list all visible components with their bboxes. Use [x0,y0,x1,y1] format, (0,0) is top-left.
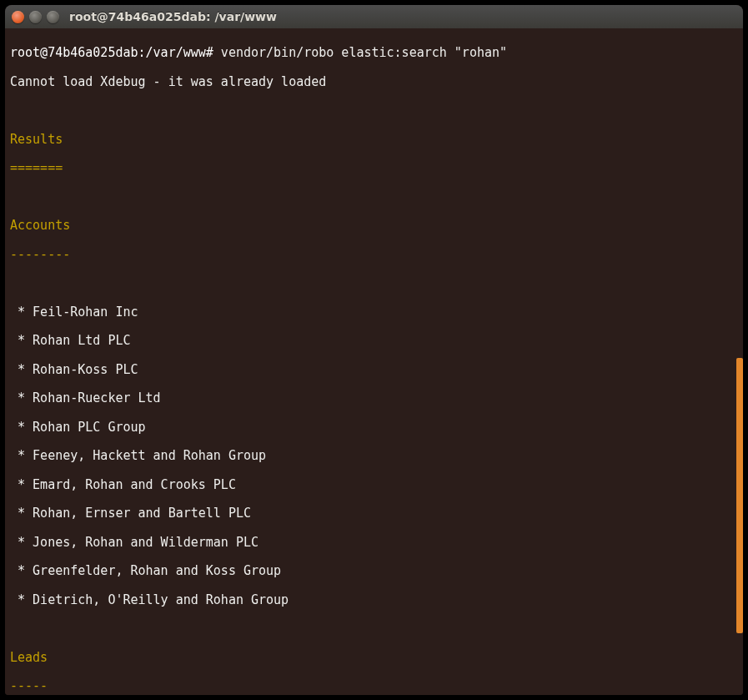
window-title: root@74b46a025dab: /var/www [69,10,277,23]
prompt-line: root@74b46a025dab:/var/www# vendor/bin/r… [10,46,738,60]
minimize-icon[interactable] [29,11,42,23]
list-item: * Rohan Ltd PLC [10,334,738,348]
blank-line [10,190,738,204]
list-item: * Rohan-Koss PLC [10,363,738,377]
list-item: * Rohan, Ernser and Bartell PLC [10,506,738,521]
accounts-heading: Accounts [10,219,738,233]
close-icon[interactable] [12,11,24,23]
xdebug-warning: Cannot load Xdebug - it was already load… [10,75,738,89]
prompt-prefix: root@74b46a025dab:/var/www# [10,45,213,60]
results-underline: ======= [10,161,738,175]
accounts-underline: -------- [10,248,738,262]
list-item: * Feil-Rohan Inc [10,305,738,320]
list-item: * Emard, Rohan and Crooks PLC [10,478,738,492]
blank-line [10,276,738,290]
leads-heading: Leads [10,651,738,665]
results-heading: Results [10,133,738,147]
list-item: * Rohan-Ruecker Ltd [10,391,738,405]
list-item: * Rohan PLC Group [10,421,738,435]
maximize-icon[interactable] [47,11,59,23]
blank-line [10,622,738,636]
command-text: vendor/bin/robo elastic:search "rohan" [213,45,507,60]
terminal-body[interactable]: root@74b46a025dab:/var/www# vendor/bin/r… [5,28,743,695]
list-item: * Jones, Rohan and Wilderman PLC [10,536,738,550]
blank-line [10,103,738,118]
scrollbar[interactable] [736,358,743,633]
terminal-window: root@74b46a025dab: /var/www root@74b46a0… [5,5,743,695]
leads-underline: ----- [10,679,738,693]
list-item: * Feeney, Hackett and Rohan Group [10,449,738,463]
window-titlebar[interactable]: root@74b46a025dab: /var/www [5,5,743,28]
list-item: * Greenfelder, Rohan and Koss Group [10,564,738,578]
list-item: * Dietrich, O'Reilly and Rohan Group [10,593,738,607]
